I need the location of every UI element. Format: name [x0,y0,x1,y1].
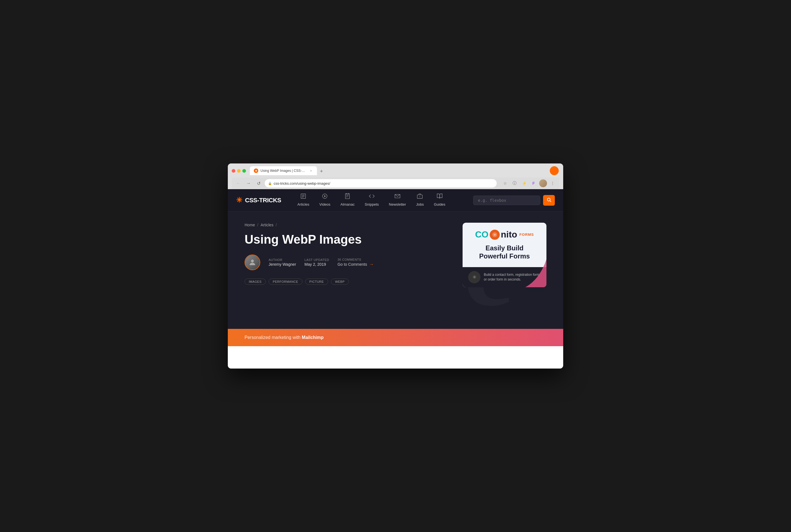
nav-item-newsletter[interactable]: Newsletter [384,188,411,213]
cognito-logo: CO nito FORMS [475,229,534,240]
mailchimp-banner[interactable]: Personalized marketing with Mailchimp [228,329,563,346]
traffic-lights [232,169,246,173]
author-avatar [245,254,260,270]
svg-marker-5 [324,195,326,197]
site-wrapper: ✳ CSS-TRICKS Articles Videos [228,189,563,368]
forward-button[interactable]: → [245,179,252,187]
minimize-button[interactable] [237,169,241,173]
more-button[interactable]: ⋮ [549,179,557,187]
comments-label: 36 Comments [337,258,374,261]
ad-logo: CO nito FORMS [469,229,540,240]
tab-bar: ✳ Using WebP Images | CSS-Trick... × + [250,166,325,175]
date-label: Last Updated [304,258,329,262]
nav-label-videos: Videos [319,202,331,207]
figma-button[interactable]: F [530,179,538,187]
tags-list: IMAGES PERFORMANCE PICTURE WEBP [245,279,451,285]
svg-rect-6 [345,194,350,199]
tab-favicon: ✳ [254,169,258,173]
refresh-button[interactable]: ↺ [255,179,262,187]
breadcrumb-articles[interactable]: Articles [261,223,274,227]
articles-icon [300,193,306,201]
svg-line-16 [550,201,551,202]
nav-item-almanac[interactable]: Almanac [335,188,360,213]
star-button[interactable]: ☆ [501,179,509,187]
breadcrumb-sep-2: / [276,223,277,227]
nav-label-almanac: Almanac [340,202,355,207]
svg-point-15 [547,198,550,201]
info-button[interactable]: ⓘ [511,179,519,187]
address-bar[interactable]: 🔒 css-tricks.com/using-webp-images/ [265,179,497,188]
nav-label-newsletter: Newsletter [389,202,406,207]
lock-icon: 🔒 [268,182,272,185]
breadcrumb: Home / Articles / [245,223,451,227]
breadcrumb-home[interactable]: Home [245,223,255,227]
svg-rect-11 [348,193,349,194]
close-button[interactable] [232,169,236,173]
ad-icon: ✳ [468,271,481,283]
snippets-icon [369,193,375,201]
white-content-area [228,346,563,368]
nav-item-guides[interactable]: Guides [429,188,450,213]
profile-button[interactable] [539,179,547,187]
browser-actions: ☆ ⓘ ⚡ F ⋮ [501,179,557,187]
newsletter-icon [394,193,400,201]
author-meta-group: Author Jeremy Wagner [269,258,296,267]
author-name: Jeremy Wagner [269,262,296,267]
svg-point-18 [494,234,495,235]
ad-card-inner: CO nito FORMS [463,223,546,267]
url-text: css-tricks.com/using-webp-images/ [274,181,330,186]
ad-card[interactable]: CO nito FORMS [463,223,546,287]
banner-text-regular: Personalized marketing with [245,335,302,340]
date-value: May 2, 2019 [304,262,329,267]
tag-webp[interactable]: WEBP [331,279,349,285]
tag-images[interactable]: IMAGES [245,279,266,285]
article-meta: Author Jeremy Wagner Last Updated May 2,… [245,254,451,270]
new-tab-button[interactable]: + [318,167,325,175]
go-to-comments-link[interactable]: Go to Comments → [337,262,374,267]
tab-title: Using WebP Images | CSS-Trick... [261,169,307,173]
logo-asterisk: ✳ [236,196,242,205]
article-title: Using WebP Images [245,233,451,246]
author-label: Author [269,258,296,262]
guides-icon [437,193,443,201]
search-button[interactable] [543,195,555,206]
search-input[interactable] [473,195,540,205]
site-nav: ✳ CSS-TRICKS Articles Videos [228,189,563,211]
go-to-comments-text: Go to Comments [337,262,367,267]
maximize-button[interactable] [242,169,246,173]
active-tab[interactable]: ✳ Using WebP Images | CSS-Trick... × [250,166,317,175]
jobs-icon [417,193,423,201]
site-logo[interactable]: ✳ CSS-TRICKS [236,196,281,205]
ad-bottom: ✳ Build a contact form, registration for… [463,267,546,287]
tab-close-button[interactable]: × [309,169,313,173]
nav-item-jobs[interactable]: Jobs [411,188,429,213]
hero-section: e Home / Articles / Using WebP Images [228,211,563,329]
corner-dot [550,166,559,175]
nav-item-articles[interactable]: Articles [293,188,315,213]
nav-item-videos[interactable]: Videos [315,188,336,213]
nav-items: Articles Videos Almanac [293,188,473,213]
hero-content: Home / Articles / Using WebP Images [245,223,451,285]
nav-label-guides: Guides [434,202,445,207]
search-area [473,195,555,206]
ad-subtext: Build a contact form, registration form,… [484,272,541,282]
comments-meta-group: 36 Comments Go to Comments → [337,258,374,267]
extension-button[interactable]: ⚡ [520,179,528,187]
tag-performance[interactable]: PERFORMANCE [269,279,302,285]
arrow-icon: → [369,262,374,267]
ad-headline-line2: Powerful Forms [479,252,530,260]
tag-picture[interactable]: PICTURE [305,279,328,285]
back-button[interactable]: ← [234,179,242,187]
nav-item-snippets[interactable]: Snippets [360,188,384,213]
date-meta-group: Last Updated May 2, 2019 [304,258,329,267]
nav-label-jobs: Jobs [416,202,424,207]
cognito-forms: FORMS [519,232,534,237]
almanac-icon [344,193,351,201]
svg-rect-10 [346,193,347,194]
breadcrumb-sep-1: / [257,223,258,227]
banner-bold: Mailchimp [302,335,324,340]
cognito-co: CO [475,229,489,240]
cognito-gear-icon [490,230,500,240]
cognito-gnito: nito [501,229,517,240]
address-bar-row: ← → ↺ 🔒 css-tricks.com/using-webp-images… [232,177,559,189]
